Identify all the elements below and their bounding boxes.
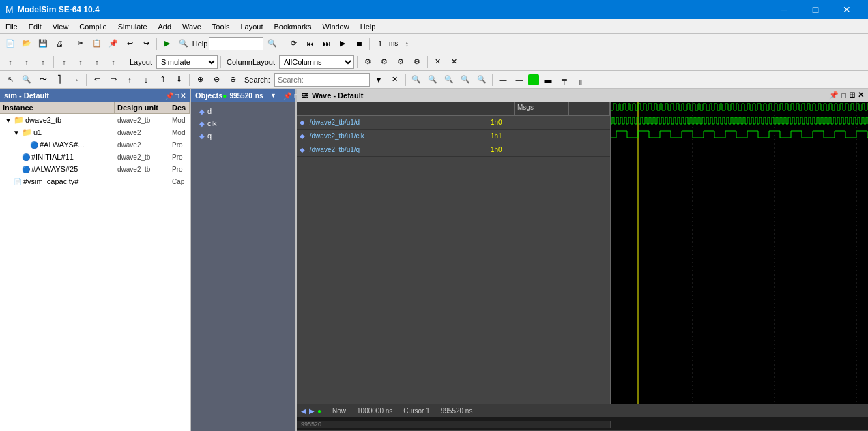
new-btn[interactable]: 📄 xyxy=(3,36,18,51)
menu-layout[interactable]: Layout xyxy=(235,19,269,33)
menu-edit[interactable]: Edit xyxy=(23,19,47,33)
t2-btn6[interactable]: ↑ xyxy=(89,55,104,70)
cursor-btn[interactable]: ↖ xyxy=(3,72,18,87)
t3-wave6[interactable]: ╥ xyxy=(573,72,588,87)
menu-wave[interactable]: Wave xyxy=(177,19,207,33)
t3-wave1[interactable]: — xyxy=(495,72,510,87)
menu-file[interactable]: File xyxy=(0,19,23,33)
find-btn[interactable]: 🔍 xyxy=(176,36,191,51)
print-btn[interactable]: 🖨 xyxy=(52,36,67,51)
t2-btn10[interactable]: ⚙ xyxy=(393,55,408,70)
wave-panel-pin[interactable]: 📌 xyxy=(829,91,839,100)
t3-btn3[interactable]: ↑ xyxy=(122,72,137,87)
time-unit-btn[interactable]: 1 xyxy=(373,36,388,51)
t3-zoom8[interactable]: 🔍 xyxy=(474,72,489,87)
tree-item-always1[interactable]: 🔵 #ALWAYS#... dwave2 Pro xyxy=(0,138,190,151)
close-button[interactable]: ✕ xyxy=(831,0,863,19)
window-controls[interactable]: ─ □ ✕ xyxy=(768,0,863,19)
t2-btn8[interactable]: ⚙ xyxy=(360,55,375,70)
tree-item-u1[interactable]: ▼ 📁 u1 dwave2 Mod xyxy=(0,126,190,138)
save-btn[interactable]: 💾 xyxy=(35,36,50,51)
t3-zoom5[interactable]: 🔍 xyxy=(425,72,440,87)
objects-collapse-btn[interactable]: ▼ xyxy=(265,89,280,103)
cut-btn[interactable]: ✂ xyxy=(73,36,88,51)
open-btn[interactable]: 📂 xyxy=(19,36,34,51)
wave-panel-float[interactable]: □ xyxy=(841,91,846,100)
paste-btn[interactable]: 📌 xyxy=(106,36,121,51)
wave-row-q[interactable]: ◆ /dwave2_tb/u1/q 1h0 xyxy=(297,143,610,157)
wave-row-d[interactable]: ◆ /dwave2_tb/u1/d 1h0 xyxy=(297,116,610,130)
t3-zoom1[interactable]: ⊕ xyxy=(192,72,207,87)
search-submit[interactable]: ▼ xyxy=(371,72,386,87)
tree-item-vsim[interactable]: 📄 #vsim_capacity# Cap xyxy=(0,175,190,188)
obj-item-clk[interactable]: ◆ clk xyxy=(194,117,293,130)
redo-btn[interactable]: ↪ xyxy=(139,36,154,51)
wave-panel-close[interactable]: ✕ xyxy=(858,91,864,100)
t2-btn2[interactable]: ↑ xyxy=(19,55,34,70)
tree-item-always25[interactable]: 🔵 #ALWAYS#25 dwave2_tb Pro xyxy=(0,163,190,175)
t3-btn1[interactable]: ⇐ xyxy=(89,72,104,87)
maximize-button[interactable]: □ xyxy=(800,0,831,19)
sim-panel-controls[interactable]: 📌 □ ✕ xyxy=(165,92,186,100)
t2-btn4[interactable]: ↑ xyxy=(57,55,72,70)
t3-wave5[interactable]: ╤ xyxy=(557,72,572,87)
menu-tools[interactable]: Tools xyxy=(207,19,235,33)
copy-btn[interactable]: 📋 xyxy=(89,36,104,51)
help-btn[interactable]: Help xyxy=(192,36,207,51)
search-go-btn[interactable]: 🔍 xyxy=(265,36,280,51)
t3-zoom7[interactable]: 🔍 xyxy=(458,72,473,87)
sim-btn2[interactable]: ⏮ xyxy=(302,36,317,51)
time-step-btn[interactable]: ↕ xyxy=(399,36,414,51)
t3-wave2[interactable]: — xyxy=(512,72,527,87)
objects-pin[interactable]: 📌 xyxy=(283,92,291,100)
arrow-btn[interactable]: → xyxy=(68,72,83,87)
sim-panel-float[interactable]: □ xyxy=(175,92,179,100)
t2-btn13[interactable]: ✕ xyxy=(447,55,462,70)
menu-simulate[interactable]: Simulate xyxy=(113,19,153,33)
t2-btn12[interactable]: ✕ xyxy=(431,55,446,70)
sim-panel-close[interactable]: ✕ xyxy=(180,92,186,100)
t2-btn3[interactable]: ↑ xyxy=(35,55,50,70)
t2-btn7[interactable]: ↑ xyxy=(106,55,121,70)
menu-help[interactable]: Help xyxy=(355,19,381,33)
zoom-btn[interactable]: 🔍 xyxy=(19,72,34,87)
sim-panel-pin[interactable]: 📌 xyxy=(165,92,173,100)
t3-wave4[interactable]: ▬ xyxy=(540,72,555,87)
tree-item-initial11[interactable]: 🔵 #INITIAL#11 dwave2_tb Pro xyxy=(0,151,190,163)
menu-compile[interactable]: Compile xyxy=(74,19,112,33)
help-input[interactable] xyxy=(209,37,263,50)
search-clear[interactable]: ✕ xyxy=(388,72,403,87)
sim-btn1[interactable]: ⟳ xyxy=(286,36,301,51)
obj-item-q[interactable]: ◆ q xyxy=(194,130,293,142)
undo-btn[interactable]: ↩ xyxy=(122,36,137,51)
obj-item-d[interactable]: ◆ d xyxy=(194,105,293,117)
menu-add[interactable]: Add xyxy=(153,19,177,33)
wave-panel-maximize[interactable]: ⊞ xyxy=(849,91,855,100)
t3-wave3[interactable] xyxy=(528,74,539,85)
wave-row-clk[interactable]: ◆ /dwave2_tb/u1/clk 1h1 xyxy=(297,130,610,143)
t2-btn1[interactable]: ↑ xyxy=(3,55,18,70)
menu-bookmarks[interactable]: Bookmarks xyxy=(269,19,317,33)
t3-btn2[interactable]: ⇒ xyxy=(106,72,121,87)
search-input[interactable] xyxy=(274,73,370,87)
sim-btn5[interactable]: ⏹ xyxy=(351,36,366,51)
t3-btn6[interactable]: ⇓ xyxy=(171,72,186,87)
t2-btn11[interactable]: ⚙ xyxy=(409,55,424,70)
tree-item-dwave2tb[interactable]: ▼ 📁 dwave2_tb dwave2_tb Mod xyxy=(0,114,190,126)
bar-btn[interactable]: ⎤ xyxy=(52,72,67,87)
layout-select[interactable]: Simulate xyxy=(156,55,218,69)
t2-btn5[interactable]: ↑ xyxy=(73,55,88,70)
t2-btn9[interactable]: ⚙ xyxy=(377,55,392,70)
columnlayout-select[interactable]: AllColumns xyxy=(279,55,354,69)
menu-window[interactable]: Window xyxy=(317,19,355,33)
wave-btn[interactable]: 〜 xyxy=(35,72,50,87)
t3-btn5[interactable]: ⇑ xyxy=(155,72,170,87)
sim-btn4[interactable]: ▶ xyxy=(335,36,350,51)
t3-zoom6[interactable]: 🔍 xyxy=(442,72,457,87)
t3-btn4[interactable]: ↓ xyxy=(139,72,154,87)
minimize-button[interactable]: ─ xyxy=(768,0,800,19)
run-btn[interactable]: ▶ xyxy=(160,36,175,51)
t3-zoom4[interactable]: 🔍 xyxy=(409,72,424,87)
t3-zoom3[interactable]: ⊕ xyxy=(225,72,240,87)
t3-zoom2[interactable]: ⊖ xyxy=(209,72,224,87)
